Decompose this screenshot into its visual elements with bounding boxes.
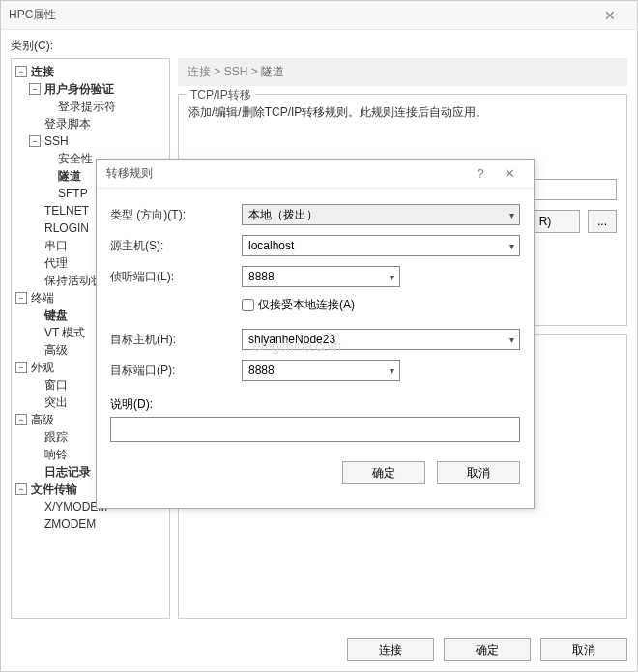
listen-port-input[interactable] <box>242 266 400 287</box>
tree-label[interactable]: 外观 <box>31 359 54 376</box>
dest-port-label: 目标端口(P): <box>110 363 236 379</box>
dest-port-input[interactable] <box>242 360 400 381</box>
tree-label[interactable]: 用户身份验证 <box>44 80 114 98</box>
tree-node[interactable]: −用户身份验证 <box>29 80 167 98</box>
main-cancel-button[interactable]: 取消 <box>540 638 627 661</box>
tree-label[interactable]: 窗口 <box>44 376 68 394</box>
tree-label[interactable]: 跟踪 <box>44 428 68 446</box>
listen-port-label: 侦听端口(L): <box>110 269 236 285</box>
dialog-help-icon[interactable]: ? <box>466 166 495 181</box>
group-description: 添加/编辑/删除TCP/IP转移规则。此规则连接后自动应用。 <box>188 104 617 121</box>
tree-label[interactable]: 隧道 <box>58 167 81 185</box>
dialog-title: 转移规则 <box>106 165 466 182</box>
tree-label[interactable]: 日志记录 <box>44 463 91 481</box>
source-host-row: 源主机(S): ▾ <box>110 235 520 256</box>
dialog-titlebar: 转移规则 ? ✕ <box>97 160 534 189</box>
tree-leaf-spacer <box>29 257 41 269</box>
tree-leaf-spacer <box>29 501 41 512</box>
groupbox-title: TCP/IP转移 <box>187 87 255 103</box>
tree-node[interactable]: ZMODEM <box>29 515 167 533</box>
tree-toggle-icon[interactable]: − <box>29 83 41 95</box>
main-ok-button[interactable]: 确定 <box>444 638 531 661</box>
tree-leaf-spacer <box>29 240 41 251</box>
main-titlebar: HPC属性 ✕ <box>1 1 637 30</box>
description-input[interactable] <box>110 417 520 442</box>
local-only-label: 仅接受本地连接(A) <box>258 297 355 313</box>
tree-leaf-spacer <box>29 327 41 338</box>
tree-label[interactable]: 代理 <box>44 254 68 272</box>
dest-port-row: 目标端口(P): ▾ <box>110 360 520 381</box>
local-only-row: 仅接受本地连接(A) <box>242 297 520 313</box>
tree-leaf-spacer <box>29 379 41 391</box>
tree-label[interactable]: 登录提示符 <box>58 98 116 115</box>
tree-label[interactable]: VT 模式 <box>44 324 85 341</box>
transfer-rule-dialog: 转移规则 ? ✕ 类型 (方向)(T): ▾ 源主机(S): ▾ 侦听端口(L)… <box>96 159 535 509</box>
tree-label[interactable]: 终端 <box>31 289 54 307</box>
category-label: 类别(C): <box>1 30 637 58</box>
type-label: 类型 (方向)(T): <box>110 207 236 223</box>
main-bottom-bar: 连接 确定 取消 <box>1 628 637 671</box>
tree-label[interactable]: 连接 <box>31 63 54 80</box>
tree-leaf-spacer <box>43 153 54 164</box>
local-only-checkbox[interactable] <box>242 299 254 311</box>
tree-leaf-spacer <box>29 431 41 443</box>
connect-button[interactable]: 连接 <box>347 638 434 661</box>
tree-label[interactable]: 高级 <box>31 411 54 428</box>
tree-leaf-spacer <box>29 222 41 234</box>
tree-toggle-icon[interactable]: − <box>15 66 27 77</box>
tree-label[interactable]: 高级 <box>44 341 68 359</box>
main-title: HPC属性 <box>9 7 591 23</box>
tree-toggle-icon[interactable]: − <box>15 483 27 495</box>
tree-toggle-icon[interactable]: − <box>29 135 41 147</box>
dest-host-label: 目标主机(H): <box>110 332 236 348</box>
breadcrumb-item: 连接 <box>188 65 211 78</box>
dest-host-input[interactable] <box>242 329 520 350</box>
dest-host-row: 目标主机(H): ▾ <box>110 329 520 350</box>
tree-label[interactable]: 串口 <box>44 237 68 254</box>
source-host-input[interactable] <box>242 235 520 256</box>
tree-label[interactable]: 登录脚本 <box>44 115 91 132</box>
tree-leaf-spacer <box>29 518 41 530</box>
type-select[interactable] <box>242 204 520 225</box>
tree-toggle-icon[interactable]: − <box>15 292 27 304</box>
tree-label[interactable]: 突出 <box>44 394 68 411</box>
source-host-label: 源主机(S): <box>110 238 236 254</box>
tree-node[interactable]: 登录脚本 <box>29 115 167 132</box>
tree-leaf-spacer <box>29 118 41 130</box>
tree-node[interactable]: −连接 <box>15 63 167 80</box>
tree-leaf-spacer <box>29 466 41 478</box>
tree-label[interactable]: RLOGIN <box>44 219 89 237</box>
main-close-icon[interactable]: ✕ <box>591 8 629 23</box>
description-label: 说明(D): <box>110 396 520 413</box>
tree-label[interactable]: SFTP <box>58 185 88 202</box>
tree-label[interactable]: ZMODEM <box>44 515 96 533</box>
tree-toggle-icon[interactable]: − <box>15 362 27 373</box>
listen-port-row: 侦听端口(L): ▾ <box>110 266 520 287</box>
type-row: 类型 (方向)(T): ▾ <box>110 204 520 225</box>
tree-label[interactable]: 响铃 <box>44 446 68 463</box>
tree-label[interactable]: 安全性 <box>58 150 93 167</box>
breadcrumb: 连接 > SSH > 隧道 <box>178 58 627 86</box>
tree-label[interactable]: 键盘 <box>44 307 68 324</box>
breadcrumb-item: SSH <box>224 65 248 78</box>
dialog-ok-button[interactable]: 确定 <box>342 461 425 484</box>
dialog-body: 类型 (方向)(T): ▾ 源主机(S): ▾ 侦听端口(L): ▾ 仅接受本地… <box>97 189 534 508</box>
tree-leaf-spacer <box>43 101 54 112</box>
tree-label[interactable]: SSH <box>44 132 69 150</box>
tree-node[interactable]: 登录提示符 <box>43 98 167 115</box>
tree-label[interactable]: TELNET <box>44 202 89 219</box>
tree-node[interactable]: −SSH <box>29 132 167 150</box>
tree-leaf-spacer <box>29 344 41 356</box>
dialog-buttons: 确定 取消 <box>110 452 520 484</box>
tree-leaf-spacer <box>29 309 41 321</box>
more-button[interactable]: ... <box>588 210 617 233</box>
breadcrumb-item-current: 隧道 <box>261 65 284 78</box>
tree-leaf-spacer <box>29 275 41 286</box>
dialog-close-icon[interactable]: ✕ <box>495 166 524 181</box>
dialog-cancel-button[interactable]: 取消 <box>437 461 520 484</box>
tree-label[interactable]: 文件传输 <box>31 481 77 498</box>
tree-leaf-spacer <box>29 449 41 460</box>
tree-toggle-icon[interactable]: − <box>15 414 27 425</box>
tree-leaf-spacer <box>29 205 41 217</box>
breadcrumb-sep: > <box>251 65 261 78</box>
